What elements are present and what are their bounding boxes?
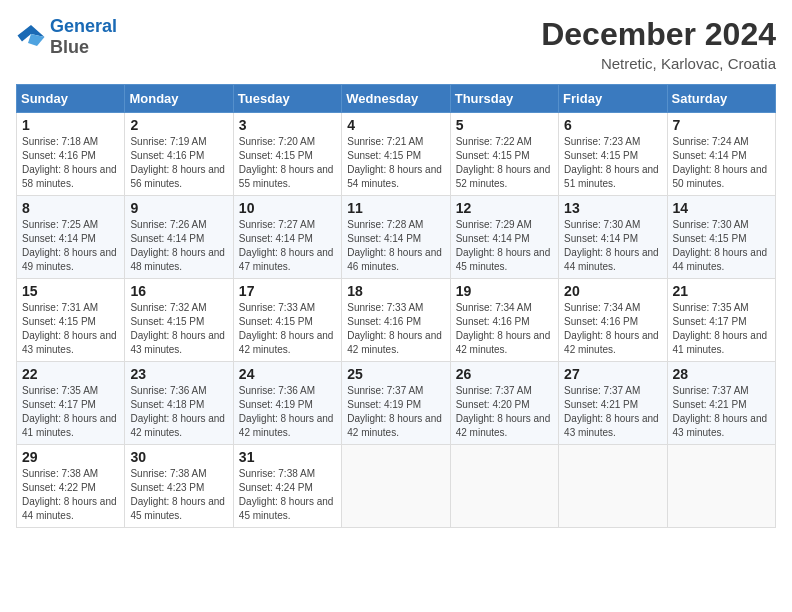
day-number: 17 [239, 283, 336, 299]
day-info: Sunrise: 7:34 AMSunset: 4:16 PMDaylight:… [564, 301, 661, 357]
day-number: 4 [347, 117, 444, 133]
day-info: Sunrise: 7:26 AMSunset: 4:14 PMDaylight:… [130, 218, 227, 274]
day-info: Sunrise: 7:19 AMSunset: 4:16 PMDaylight:… [130, 135, 227, 191]
table-row: 30Sunrise: 7:38 AMSunset: 4:23 PMDayligh… [125, 445, 233, 528]
col-saturday: Saturday [667, 85, 775, 113]
calendar-week-row: 1Sunrise: 7:18 AMSunset: 4:16 PMDaylight… [17, 113, 776, 196]
table-row: 25Sunrise: 7:37 AMSunset: 4:19 PMDayligh… [342, 362, 450, 445]
day-number: 3 [239, 117, 336, 133]
day-number: 16 [130, 283, 227, 299]
table-row: 27Sunrise: 7:37 AMSunset: 4:21 PMDayligh… [559, 362, 667, 445]
day-number: 15 [22, 283, 119, 299]
day-number: 2 [130, 117, 227, 133]
table-row: 21Sunrise: 7:35 AMSunset: 4:17 PMDayligh… [667, 279, 775, 362]
col-wednesday: Wednesday [342, 85, 450, 113]
day-info: Sunrise: 7:21 AMSunset: 4:15 PMDaylight:… [347, 135, 444, 191]
day-info: Sunrise: 7:37 AMSunset: 4:21 PMDaylight:… [564, 384, 661, 440]
day-info: Sunrise: 7:29 AMSunset: 4:14 PMDaylight:… [456, 218, 553, 274]
day-info: Sunrise: 7:28 AMSunset: 4:14 PMDaylight:… [347, 218, 444, 274]
day-number: 21 [673, 283, 770, 299]
table-row: 28Sunrise: 7:37 AMSunset: 4:21 PMDayligh… [667, 362, 775, 445]
table-row: 8Sunrise: 7:25 AMSunset: 4:14 PMDaylight… [17, 196, 125, 279]
table-row: 17Sunrise: 7:33 AMSunset: 4:15 PMDayligh… [233, 279, 341, 362]
day-info: Sunrise: 7:38 AMSunset: 4:23 PMDaylight:… [130, 467, 227, 523]
table-row: 18Sunrise: 7:33 AMSunset: 4:16 PMDayligh… [342, 279, 450, 362]
day-info: Sunrise: 7:18 AMSunset: 4:16 PMDaylight:… [22, 135, 119, 191]
day-number: 14 [673, 200, 770, 216]
day-info: Sunrise: 7:36 AMSunset: 4:18 PMDaylight:… [130, 384, 227, 440]
table-row: 2Sunrise: 7:19 AMSunset: 4:16 PMDaylight… [125, 113, 233, 196]
col-monday: Monday [125, 85, 233, 113]
day-info: Sunrise: 7:37 AMSunset: 4:21 PMDaylight:… [673, 384, 770, 440]
day-number: 9 [130, 200, 227, 216]
table-row: 4Sunrise: 7:21 AMSunset: 4:15 PMDaylight… [342, 113, 450, 196]
table-row: 14Sunrise: 7:30 AMSunset: 4:15 PMDayligh… [667, 196, 775, 279]
table-row [342, 445, 450, 528]
day-number: 7 [673, 117, 770, 133]
month-title: December 2024 [541, 16, 776, 53]
table-row: 20Sunrise: 7:34 AMSunset: 4:16 PMDayligh… [559, 279, 667, 362]
table-row: 24Sunrise: 7:36 AMSunset: 4:19 PMDayligh… [233, 362, 341, 445]
col-thursday: Thursday [450, 85, 558, 113]
day-info: Sunrise: 7:36 AMSunset: 4:19 PMDaylight:… [239, 384, 336, 440]
day-number: 1 [22, 117, 119, 133]
calendar-week-row: 29Sunrise: 7:38 AMSunset: 4:22 PMDayligh… [17, 445, 776, 528]
day-info: Sunrise: 7:30 AMSunset: 4:14 PMDaylight:… [564, 218, 661, 274]
table-row: 10Sunrise: 7:27 AMSunset: 4:14 PMDayligh… [233, 196, 341, 279]
table-row: 3Sunrise: 7:20 AMSunset: 4:15 PMDaylight… [233, 113, 341, 196]
day-info: Sunrise: 7:27 AMSunset: 4:14 PMDaylight:… [239, 218, 336, 274]
logo-icon [16, 23, 46, 51]
table-row: 15Sunrise: 7:31 AMSunset: 4:15 PMDayligh… [17, 279, 125, 362]
day-info: Sunrise: 7:23 AMSunset: 4:15 PMDaylight:… [564, 135, 661, 191]
table-row: 26Sunrise: 7:37 AMSunset: 4:20 PMDayligh… [450, 362, 558, 445]
day-number: 19 [456, 283, 553, 299]
table-row: 7Sunrise: 7:24 AMSunset: 4:14 PMDaylight… [667, 113, 775, 196]
day-info: Sunrise: 7:33 AMSunset: 4:15 PMDaylight:… [239, 301, 336, 357]
day-number: 8 [22, 200, 119, 216]
day-number: 12 [456, 200, 553, 216]
day-info: Sunrise: 7:33 AMSunset: 4:16 PMDaylight:… [347, 301, 444, 357]
table-row: 6Sunrise: 7:23 AMSunset: 4:15 PMDaylight… [559, 113, 667, 196]
table-row [667, 445, 775, 528]
day-number: 22 [22, 366, 119, 382]
day-info: Sunrise: 7:35 AMSunset: 4:17 PMDaylight:… [673, 301, 770, 357]
calendar-header-row: Sunday Monday Tuesday Wednesday Thursday… [17, 85, 776, 113]
table-row: 12Sunrise: 7:29 AMSunset: 4:14 PMDayligh… [450, 196, 558, 279]
day-info: Sunrise: 7:25 AMSunset: 4:14 PMDaylight:… [22, 218, 119, 274]
calendar-week-row: 15Sunrise: 7:31 AMSunset: 4:15 PMDayligh… [17, 279, 776, 362]
day-info: Sunrise: 7:30 AMSunset: 4:15 PMDaylight:… [673, 218, 770, 274]
day-number: 31 [239, 449, 336, 465]
table-row: 22Sunrise: 7:35 AMSunset: 4:17 PMDayligh… [17, 362, 125, 445]
day-number: 10 [239, 200, 336, 216]
day-number: 29 [22, 449, 119, 465]
table-row: 5Sunrise: 7:22 AMSunset: 4:15 PMDaylight… [450, 113, 558, 196]
table-row: 11Sunrise: 7:28 AMSunset: 4:14 PMDayligh… [342, 196, 450, 279]
table-row: 9Sunrise: 7:26 AMSunset: 4:14 PMDaylight… [125, 196, 233, 279]
day-number: 5 [456, 117, 553, 133]
calendar-week-row: 22Sunrise: 7:35 AMSunset: 4:17 PMDayligh… [17, 362, 776, 445]
location-subtitle: Netretic, Karlovac, Croatia [541, 55, 776, 72]
day-info: Sunrise: 7:38 AMSunset: 4:24 PMDaylight:… [239, 467, 336, 523]
day-number: 25 [347, 366, 444, 382]
day-info: Sunrise: 7:24 AMSunset: 4:14 PMDaylight:… [673, 135, 770, 191]
day-info: Sunrise: 7:34 AMSunset: 4:16 PMDaylight:… [456, 301, 553, 357]
table-row: 16Sunrise: 7:32 AMSunset: 4:15 PMDayligh… [125, 279, 233, 362]
title-area: December 2024 Netretic, Karlovac, Croati… [541, 16, 776, 72]
day-number: 24 [239, 366, 336, 382]
day-info: Sunrise: 7:22 AMSunset: 4:15 PMDaylight:… [456, 135, 553, 191]
table-row [450, 445, 558, 528]
calendar-table: Sunday Monday Tuesday Wednesday Thursday… [16, 84, 776, 528]
page-header: General Blue December 2024 Netretic, Kar… [16, 16, 776, 72]
table-row: 13Sunrise: 7:30 AMSunset: 4:14 PMDayligh… [559, 196, 667, 279]
day-info: Sunrise: 7:37 AMSunset: 4:19 PMDaylight:… [347, 384, 444, 440]
day-number: 20 [564, 283, 661, 299]
day-number: 11 [347, 200, 444, 216]
day-info: Sunrise: 7:31 AMSunset: 4:15 PMDaylight:… [22, 301, 119, 357]
day-info: Sunrise: 7:35 AMSunset: 4:17 PMDaylight:… [22, 384, 119, 440]
col-friday: Friday [559, 85, 667, 113]
day-number: 6 [564, 117, 661, 133]
table-row: 19Sunrise: 7:34 AMSunset: 4:16 PMDayligh… [450, 279, 558, 362]
table-row: 31Sunrise: 7:38 AMSunset: 4:24 PMDayligh… [233, 445, 341, 528]
day-number: 28 [673, 366, 770, 382]
day-number: 23 [130, 366, 227, 382]
